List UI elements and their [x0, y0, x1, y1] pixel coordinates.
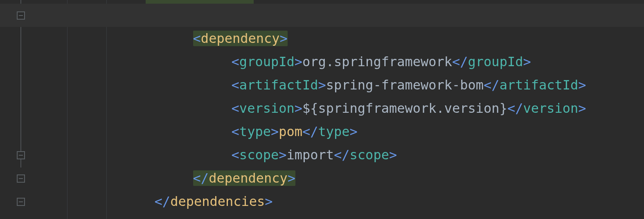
code-line: <dependency> [0, 4, 644, 27]
code-line: <artifactId>spring-framework-bom</artifa… [0, 50, 644, 74]
code-line: </dependencyManagement> [0, 190, 644, 213]
fold-handle-icon[interactable] [17, 174, 25, 183]
code-editor[interactable]: <dependency> <groupId>org.springframewor… [0, 0, 644, 219]
fold-handle-icon[interactable] [17, 151, 25, 159]
fold-handle-icon[interactable] [17, 11, 25, 20]
code-line: <scope>import</scope> [0, 120, 644, 143]
code-line: <groupId>org.springframework</groupId> [0, 27, 644, 50]
fold-handle-icon[interactable] [17, 198, 25, 206]
code-line: </dependency> [0, 143, 644, 167]
match-highlight [146, 0, 254, 4]
code-line: </dependencies> [0, 167, 644, 190]
code-line: <type>pom</type> [0, 97, 644, 120]
tag-dependencymanagement-close: dependencyManagement [132, 217, 289, 219]
code-line: <version>${springframework.version}</ver… [0, 74, 644, 97]
